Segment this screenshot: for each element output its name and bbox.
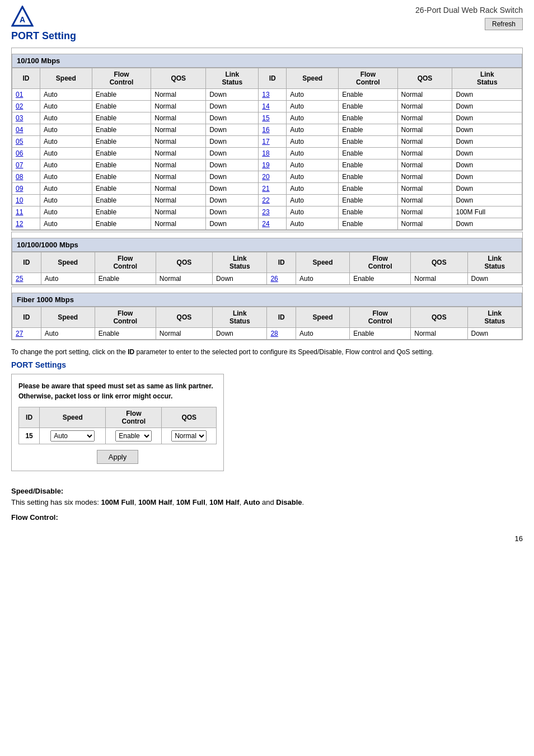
port-link[interactable]: 15 [262, 114, 269, 122]
qos-cell-left: Normal [151, 171, 206, 183]
port-link[interactable]: 09 [16, 185, 23, 192]
port-link[interactable]: 14 [262, 102, 269, 110]
flow-cell-right: Enable [339, 218, 397, 230]
apply-button[interactable]: Apply [97, 450, 139, 464]
qos-cell-right: Normal [397, 218, 452, 230]
speed-cell-right: Auto [287, 183, 339, 195]
port-link[interactable]: 23 [262, 208, 269, 216]
port-link[interactable]: 28 [270, 330, 278, 337]
port-link[interactable]: 07 [16, 161, 23, 169]
link-cell-right: Down [452, 148, 522, 159]
port-link[interactable]: 26 [270, 275, 278, 283]
link-cell-left: Down [206, 101, 259, 112]
speed-cell-left: Auto [40, 101, 92, 112]
qos-cell-left: Normal [156, 273, 212, 285]
speed-cell-left: Auto [40, 124, 92, 136]
link-cell-right: Down [467, 273, 522, 285]
link-cell-left: Down [206, 195, 259, 206]
link-cell-right: Down [452, 159, 522, 171]
flow-cell-right: Enable [350, 328, 411, 340]
table-row: 07 Auto Enable Normal Down 19 Auto Enabl… [12, 159, 522, 171]
speed-cell-left: Auto [40, 195, 92, 206]
flow-cell-left: Enable [92, 159, 151, 171]
ten-hundred-table: ID Speed FlowControl QOS LinkStatus ID S… [12, 68, 522, 230]
link-cell-right: Down [452, 171, 522, 183]
qos-cell-left: Normal [151, 101, 206, 112]
port-link[interactable]: 13 [262, 91, 269, 98]
flow-cell-left: Enable [92, 112, 151, 124]
footer-section: Speed/Disable: This setting has six mode… [11, 486, 523, 523]
link-cell-right: Down [452, 112, 522, 124]
qos-select[interactable]: Normal High [171, 430, 207, 442]
port-link[interactable]: 12 [16, 220, 23, 228]
col-speed-1: Speed [40, 68, 92, 89]
port-link[interactable]: 11 [16, 208, 23, 216]
port-link[interactable]: 10 [16, 196, 23, 204]
qos-cell-right: Normal [397, 171, 452, 183]
col-flow-2: FlowControl [350, 252, 411, 273]
speed-select[interactable]: Auto 100M Full 100M Half 10M Full 10M Ha… [50, 430, 95, 442]
flow-select[interactable]: Enable Disable [115, 430, 152, 442]
fiber-header: Fiber 1000 Mbps [12, 293, 522, 307]
col-id-1: ID [12, 252, 41, 273]
port-link[interactable]: 04 [16, 126, 23, 134]
qos-cell-left: Normal [151, 206, 206, 218]
col-id-2: ID [259, 68, 287, 89]
speed-cell-left: Auto [40, 183, 92, 195]
svg-text:A: A [20, 15, 25, 24]
speed-cell-left: Auto [40, 171, 92, 183]
speed-cell-left: Auto [40, 136, 92, 148]
port-link[interactable]: 27 [16, 330, 23, 337]
table-row: 01 Auto Enable Normal Down 13 Auto Enabl… [12, 89, 522, 101]
link-cell-left: Down [206, 206, 259, 218]
port-link[interactable]: 19 [262, 161, 269, 169]
flow-cell-right: Enable [339, 148, 397, 159]
port-link[interactable]: 08 [16, 173, 23, 181]
col-qos-2: QOS [411, 252, 467, 273]
port-link[interactable]: 24 [262, 220, 269, 228]
form-col-flow: FlowControl [106, 407, 162, 428]
link-cell-left: Down [213, 328, 267, 340]
refresh-button[interactable]: Refresh [485, 18, 523, 30]
speed-mode-3: 10M Full [176, 498, 205, 506]
flow-cell-right: Enable [339, 101, 397, 112]
port-link[interactable]: 21 [262, 185, 269, 192]
table-row: 04 Auto Enable Normal Down 16 Auto Enabl… [12, 124, 522, 136]
flow-cell-left: Enable [92, 101, 151, 112]
port-link[interactable]: 17 [262, 138, 269, 145]
col-id-2: ID [267, 307, 296, 328]
qos-cell-left: Normal [151, 159, 206, 171]
speed-cell-left: Auto [40, 112, 92, 124]
speed-label: Speed/Disable: [11, 487, 63, 495]
col-qos-1: QOS [156, 307, 212, 328]
qos-cell-right: Normal [397, 183, 452, 195]
port-link[interactable]: 20 [262, 173, 269, 181]
port-link[interactable]: 16 [262, 126, 269, 134]
form-qos-cell: Normal High [162, 428, 217, 444]
port-link[interactable]: 01 [16, 91, 23, 98]
id-bold: ID [128, 348, 134, 356]
link-cell-right: Down [467, 328, 522, 340]
qos-cell-right: Normal [397, 206, 452, 218]
speed-cell-right: Auto [287, 89, 339, 101]
flow-cell-right: Enable [339, 183, 397, 195]
port-link[interactable]: 03 [16, 114, 23, 122]
port-link[interactable]: 02 [16, 102, 23, 110]
port-link[interactable]: 22 [262, 196, 269, 204]
id-cell-right: 28 [267, 328, 296, 340]
link-cell-left: Down [206, 89, 259, 101]
port-link[interactable]: 25 [16, 275, 23, 283]
link-cell-right: Down [452, 101, 522, 112]
col-link-2: LinkStatus [467, 307, 522, 328]
port-link[interactable]: 18 [262, 149, 269, 157]
port-link[interactable]: 05 [16, 138, 23, 145]
fiber-table: ID Speed FlowControl QOS LinkStatus ID S… [12, 307, 522, 340]
flow-cell-right: Enable [339, 159, 397, 171]
flow-cell-left: Enable [92, 136, 151, 148]
flow-cell-left: Enable [95, 328, 156, 340]
speed-mode-5: Auto [243, 498, 260, 506]
port-link[interactable]: 06 [16, 149, 23, 157]
col-id-2: ID [267, 252, 296, 273]
port-settings-title: PORT Settings [11, 360, 523, 369]
form-flow-cell: Enable Disable [106, 428, 162, 444]
